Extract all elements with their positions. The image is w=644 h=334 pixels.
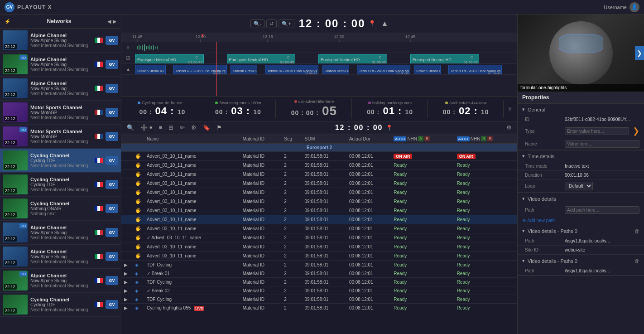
channel-item-11[interactable]: 22:12 Cycling Channel Cycling TDF Next I…	[0, 293, 121, 317]
video-details-paths-1-header[interactable]: ▾ Video details - Paths 0 🗑	[518, 255, 644, 266]
channel-gv-11[interactable]: GV	[106, 300, 118, 309]
playlist-row-3[interactable]: 🖐 Advert_03_10_11_name Material ID 2 09:…	[121, 179, 517, 188]
playlist-row-1[interactable]: 🖐 Advert_03_10_11_name Material ID 2 09:…	[121, 161, 517, 170]
channel-item-5[interactable]: 22:12 Cycling Channel Cycling TDF Next I…	[0, 149, 121, 173]
channel-item-0[interactable]: 22:12 Alpine Channel Now Alpine Skiing N…	[0, 29, 121, 53]
channel-item-9[interactable]: 22:12 Alpine Channel Now Alpine Skiing N…	[0, 245, 121, 269]
station-break-2[interactable]: Station Break 01	[231, 65, 257, 74]
cell-name-15: ✓ Break 02	[144, 286, 240, 295]
channel-gv-5[interactable]: GV	[106, 156, 118, 165]
preview-expand-arrow[interactable]: ❯	[635, 46, 644, 60]
channel-item-3[interactable]: 22:12 Motor Sports Channel Now MotoGP Ne…	[0, 101, 121, 125]
actual-dur-value-17: 00:08:12:01	[349, 305, 373, 310]
channel-item-8[interactable]: 22:12 HD Alpine Channel Now Alpine Skiin…	[0, 221, 121, 245]
playlist-row-0[interactable]: 🖐 Advert_03_10_11_name Material ID 2 09:…	[121, 152, 517, 161]
expand-arrow-15[interactable]: ▶	[124, 288, 128, 293]
playlist-row-13[interactable]: ▶ ◈ ✓ Break 01 Material ID 2 09:01:58:01…	[121, 269, 517, 278]
channel-gv-2[interactable]: GV	[106, 84, 118, 93]
channel-gv-3[interactable]: GV	[106, 108, 118, 117]
tennis-block-2[interactable]: Tennis RG 2019 Final Nadal vs Federer 0-…	[265, 65, 318, 74]
cell-actual-dur-16: 00:08:12:01	[346, 295, 391, 304]
channel-info-1: Alpine Channel Now Alpine Skiing Next In…	[30, 57, 92, 72]
playlist-row-7[interactable]: 🖐 Advert_03_10_11_name Material ID 2 09:…	[121, 215, 517, 224]
list-view-button[interactable]: ≡	[157, 123, 164, 132]
expand-arrow-16[interactable]: ▶	[124, 297, 128, 302]
track-block-eurosport-4[interactable]: Eurosport Neutral HD C 01:00:45	[410, 54, 479, 63]
channel-item-1[interactable]: 22:12 HD Alpine Channel Now Alpine Skiin…	[0, 53, 121, 77]
name-input[interactable]	[565, 140, 639, 148]
tennis-block-4[interactable]: Tennis RG 2019 Final Nadal vs Federer 0-…	[448, 65, 502, 74]
filter-icon[interactable]: ⚡	[5, 19, 11, 24]
grid-view-button[interactable]: ⊞	[167, 123, 175, 132]
add-path-button[interactable]: ⊕ Add new path	[518, 216, 644, 225]
time-details-header[interactable]: ▾ Time details	[518, 150, 644, 162]
channel-item-10[interactable]: 22:12 HD Alpine Channel Now Alpine Skiin…	[0, 269, 121, 293]
playlist-row-12[interactable]: ▶ ◈ TDF Cycling Material ID 2 09:01:58:0…	[121, 261, 517, 269]
track-block-eurosport-2[interactable]: Eurosport Neutral HD C 01:00:45	[227, 54, 296, 63]
channel-gv-7[interactable]: GV	[106, 204, 118, 213]
tools-button[interactable]: ⚙	[189, 123, 198, 132]
video-details-paths-0-header[interactable]: ▾ Video details - Paths 0 🗑	[518, 225, 644, 237]
channel-gv-8[interactable]: GV	[106, 228, 118, 237]
expand-arrow-17[interactable]: ▶	[124, 305, 128, 310]
playlist-row-5[interactable]: 🖐 Advert_03_10_11_name Material ID 2 09:…	[121, 197, 517, 206]
playlist-row-4[interactable]: 🖐 Advert_03_10_11_name Material ID 2 09:…	[121, 188, 517, 197]
channel-gv-10[interactable]: GV	[106, 276, 118, 285]
video-details-header[interactable]: ▾ Video details	[518, 193, 644, 204]
nav-back-arrow[interactable]: ◀	[107, 19, 111, 24]
playlist-row-2[interactable]: 🖐 Advert_03_10_11_name Material ID 2 09:…	[121, 170, 517, 179]
channel-gv-9[interactable]: GV	[106, 252, 118, 261]
track-row-thumb: 🖼 Eurosport Neutral HD C 01:00:45 Eurosp…	[121, 53, 517, 64]
playlist-row-11[interactable]: 🖐 Advert_03_10_11_name Material ID 2 09:…	[121, 252, 517, 261]
timeline-up-arrow[interactable]: ▲	[381, 19, 389, 28]
playlist-row-6[interactable]: 🖐 Advert_03_10_11_name Material ID 2 09:…	[121, 206, 517, 215]
user-avatar[interactable]: 👤	[630, 2, 639, 12]
video-path-input[interactable]	[565, 206, 639, 214]
channel-gv-0[interactable]: GV	[106, 36, 118, 45]
expand-arrow-13[interactable]: ▶	[124, 271, 128, 276]
station-break-4[interactable]: Station Break 01	[414, 65, 441, 74]
expand-arrow-12[interactable]: ▶	[124, 262, 128, 267]
tennis-block-3[interactable]: Tennis RG 2019 Final Nadal vs Federer 0-…	[357, 65, 410, 74]
playlist-row-14[interactable]: ▶ ◈ TDF Cycling Material ID 2 09:01:58:0…	[121, 278, 517, 286]
playlist-row-15[interactable]: ▶ ◈ ✓ Break 02 Material ID 2 09:01:58:01…	[121, 286, 517, 295]
paths-1-delete-button[interactable]: 🗑	[634, 258, 639, 264]
playlist-row-17[interactable]: ▶ ◈ Cycling highlights 055 LIVE Material…	[121, 304, 517, 312]
flag-button[interactable]: ⚑	[215, 123, 224, 132]
playlist-row-16[interactable]: ▶ ◈ TDF Cycling Material ID 2 09:01:58:0…	[121, 295, 517, 304]
type-input[interactable]	[565, 127, 629, 135]
zoom-in-button[interactable]: 🔍+	[279, 19, 294, 28]
channel-gv-6[interactable]: GV	[106, 180, 118, 189]
add-item-button[interactable]: ➕ ▾	[139, 123, 154, 132]
search-button[interactable]: 🔍	[125, 123, 136, 132]
channel-item-4[interactable]: 22:12 HD Motor Sports Channel Now MotoGP…	[0, 125, 121, 149]
playlist-row-8[interactable]: 🖐 Advert_03_10_11_name Material ID 2 09:…	[121, 224, 517, 233]
zoom-reset-button[interactable]: ↺	[266, 19, 277, 28]
paths-0-delete-button[interactable]: 🗑	[634, 228, 639, 234]
playlist-row-9[interactable]: 🖐 ✓ Advert_03_10_11_name Material ID 2 0…	[121, 233, 517, 242]
channel-gv-1[interactable]: GV	[106, 60, 118, 69]
edit-button[interactable]: ✏	[178, 123, 187, 132]
expand-icon[interactable]: ▲	[126, 67, 130, 72]
channel-item-6[interactable]: 22:12 Cycling Channel Cycling TDF Next I…	[0, 173, 121, 197]
playlist-row-10[interactable]: 🖐 Advert_03_10_11_name Material ID 2 09:…	[121, 242, 517, 252]
channel-item-7[interactable]: 22:12 Cycling Channel Nothing ONAIR Noth…	[0, 197, 121, 221]
station-break-1[interactable]: Station Break 01	[135, 65, 166, 74]
playlist-settings-button[interactable]: ⚙	[505, 123, 514, 132]
tennis-block-1[interactable]: Tennis RG 2019 Final Nadal vs Federer 0-…	[173, 65, 226, 74]
channel-item-2[interactable]: 22:12 Alpine Channel Now Alpine Skiing N…	[0, 77, 121, 101]
general-collapse-icon: ▾	[522, 106, 525, 112]
type-arrow[interactable]: ❯	[633, 126, 639, 136]
track-block-eurosport-1[interactable]: Eurosport Neutral HD C 01:00:45	[135, 54, 204, 63]
track-block-eurosport-3[interactable]: Eurosport Neutral HD C 01:00:45	[318, 54, 387, 63]
zoom-out-button[interactable]: 🔍-	[250, 19, 265, 28]
station-break-3[interactable]: Station Break 01	[322, 65, 349, 74]
expand-arrow-14[interactable]: ▶	[124, 280, 128, 285]
bookmark-button[interactable]: 🔖	[201, 123, 212, 132]
row-name-3: Advert_03_10_11_name	[147, 181, 197, 186]
general-section-header[interactable]: ▾ General	[518, 104, 644, 115]
loop-select[interactable]: Default	[565, 182, 593, 190]
nav-forward-arrow[interactable]: ▶	[113, 19, 116, 24]
add-countdown-button[interactable]: ＋	[506, 104, 514, 114]
channel-gv-4[interactable]: GV	[106, 132, 118, 141]
